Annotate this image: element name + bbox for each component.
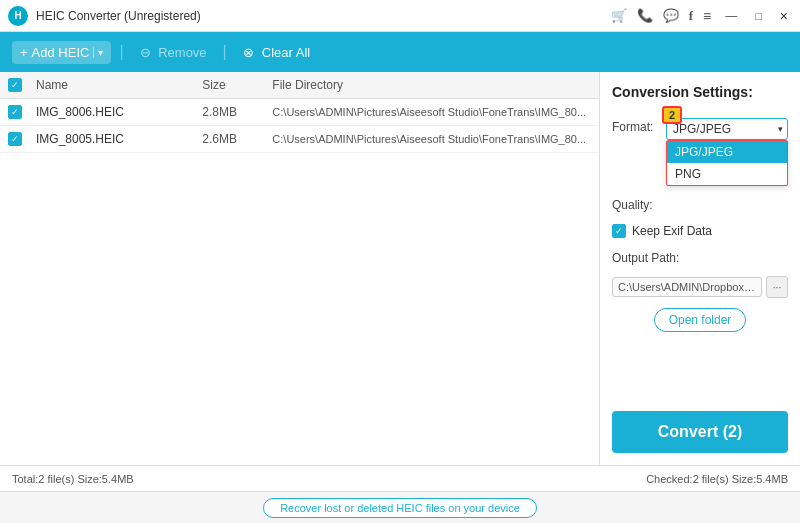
header-name: Name [30,78,196,92]
status-bar: Total:2 file(s) Size:5.4MB Checked:2 fil… [0,465,800,491]
format-select[interactable]: JPG/JPEG ▾ [666,118,788,140]
output-label: Output Path: [612,248,788,266]
convert-button[interactable]: Convert (2) [612,411,788,453]
chat-icon[interactable]: 💬 [663,8,679,23]
format-dropdown-arrow: ▾ [778,124,783,134]
output-path-display: C:\Users\ADMIN\Dropbox\PC\ [612,277,762,297]
table-header: Name Size File Directory [0,72,599,99]
quality-row: Quality: [612,198,788,212]
add-heic-label: Add HEIC [32,45,90,60]
file-panel: Name Size File Directory IMG_8006.HEIC 2… [0,72,600,465]
row1-check-col [0,105,30,119]
header-size: Size [196,78,266,92]
keep-exif-row: Keep Exif Data [612,224,788,238]
menu-icon[interactable]: ≡ [703,8,711,24]
window-controls: 🛒 📞 💬 f ≡ — □ × [611,8,792,24]
output-path-label: Output Path: [612,251,679,265]
row2-name: IMG_8005.HEIC [30,132,196,146]
add-icon: + [20,45,28,60]
table-row[interactable]: IMG_8006.HEIC 2.8MB C:\Users\ADMIN\Pictu… [0,99,599,126]
remove-label: Remove [158,45,206,60]
clear-all-button[interactable]: ⊗ Clear All [235,41,318,64]
output-path-row: C:\Users\ADMIN\Dropbox\PC\ ··· [612,276,788,298]
row1-name: IMG_8006.HEIC [30,105,196,119]
header-checkbox-col [0,78,30,92]
status-left: Total:2 file(s) Size:5.4MB [12,473,134,485]
format-row: Format: 2 JPG/JPEG ▾ JPG/JPEG PNG [612,114,788,140]
quality-label: Quality: [612,198,660,212]
format-dropdown-popup: JPG/JPEG PNG [666,140,788,186]
open-folder-button[interactable]: Open folder [654,308,747,332]
row1-directory: C:\Users\ADMIN\Pictures\Aiseesoft Studio… [266,106,599,118]
remove-icon: ⊖ [140,45,151,60]
browse-button[interactable]: ··· [766,276,788,298]
open-folder-container: Open folder [612,308,788,332]
row1-checkbox[interactable] [8,105,22,119]
maximize-icon[interactable]: □ [751,10,766,22]
status-right: Checked:2 file(s) Size:5.4MB [646,473,788,485]
add-heic-dropdown-arrow[interactable]: ▾ [93,47,103,58]
titlebar: H HEIC Converter (Unregistered) 🛒 📞 💬 f … [0,0,800,32]
phone-icon[interactable]: 📞 [637,8,653,23]
row2-size: 2.6MB [196,132,266,146]
minimize-icon[interactable]: — [721,9,741,23]
format-select-value: JPG/JPEG [673,122,731,136]
main-area: Name Size File Directory IMG_8006.HEIC 2… [0,72,800,465]
bottom-bar: Recover lost or deleted HEIC files on yo… [0,491,800,523]
keep-exif-checkbox[interactable] [612,224,626,238]
clear-icon: ⊗ [243,45,254,60]
dropdown-option-jpg[interactable]: JPG/JPEG [667,141,787,163]
remove-button[interactable]: ⊖ Remove [132,41,215,64]
add-heic-button[interactable]: + Add HEIC ▾ [12,41,111,64]
format-label: Format: [612,120,660,134]
facebook-icon[interactable]: f [689,8,693,24]
settings-title: Conversion Settings: [612,84,788,100]
format-dropdown-container: 2 JPG/JPEG ▾ JPG/JPEG PNG [666,114,788,140]
close-icon[interactable]: × [776,8,792,24]
header-checkbox[interactable] [8,78,22,92]
settings-panel: Conversion Settings: Format: 2 JPG/JPEG … [600,72,800,465]
row1-size: 2.8MB [196,105,266,119]
table-body: IMG_8006.HEIC 2.8MB C:\Users\ADMIN\Pictu… [0,99,599,465]
row2-checkbox[interactable] [8,132,22,146]
row2-directory: C:\Users\ADMIN\Pictures\Aiseesoft Studio… [266,133,599,145]
window-title: HEIC Converter (Unregistered) [36,9,611,23]
table-row[interactable]: IMG_8005.HEIC 2.6MB C:\Users\ADMIN\Pictu… [0,126,599,153]
app-logo: H [8,6,28,26]
keep-exif-label: Keep Exif Data [632,224,712,238]
recover-link[interactable]: Recover lost or deleted HEIC files on yo… [263,498,537,518]
badge-2: 2 [662,106,682,124]
dropdown-option-png[interactable]: PNG [667,163,787,185]
cart-icon[interactable]: 🛒 [611,8,627,23]
clear-all-label: Clear All [262,45,310,60]
row2-check-col [0,132,30,146]
spacer [612,342,788,401]
toolbar: + Add HEIC ▾ | ⊖ Remove | ⊗ Clear All [0,32,800,72]
header-directory: File Directory [266,78,599,92]
